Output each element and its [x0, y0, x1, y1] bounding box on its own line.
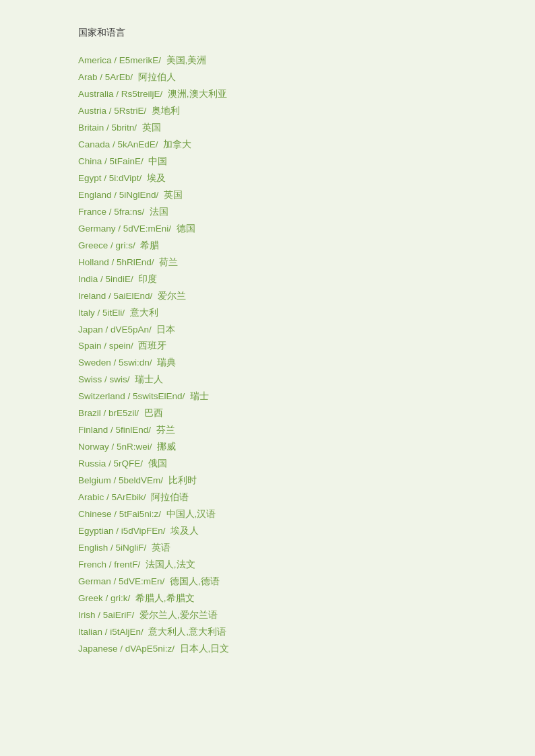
list-item: English / 5iNgliF/ 英语: [78, 540, 457, 557]
list-item: Egyptian / i5dVipFEn/ 埃及人: [78, 523, 457, 540]
list-item: Australia / Rs5treiljE/ 澳洲,澳大利亚: [78, 86, 457, 103]
list-item: England / 5iNglEnd/ 英国: [78, 187, 457, 204]
list-item: Irish / 5aiEriF/ 爱尔兰人,爱尔兰语: [78, 607, 457, 624]
list-item: Canada / 5kAnEdE/ 加拿大: [78, 137, 457, 153]
list-item: Japan / dVE5pAn/ 日本: [78, 322, 457, 339]
list-item: Greece / gri:s/ 希腊: [78, 238, 457, 254]
entries-container: America / E5merikE/ 美国,美洲Arab / 5ArEb/ 阿…: [78, 53, 457, 658]
list-item: Holland / 5hRlEnd/ 荷兰: [78, 254, 457, 271]
list-item: Norway / 5nR:wei/ 挪威: [78, 439, 457, 456]
list-item: Arab / 5ArEb/ 阿拉伯人: [78, 69, 457, 86]
list-item: German / 5dVE:mEn/ 德国人,德语: [78, 574, 457, 590]
list-item: America / E5merikE/ 美国,美洲: [78, 53, 457, 69]
list-item: Brazil / brE5zil/ 巴西: [78, 405, 457, 422]
list-item: Britain / 5britn/ 英国: [78, 120, 457, 137]
list-item: India / 5indiE/ 印度: [78, 271, 457, 288]
list-item: Chinese / 5tFai5ni:z/ 中国人,汉语: [78, 506, 457, 523]
list-item: Belgium / 5beldVEm/ 比利时: [78, 473, 457, 489]
page-container: 国家和语言 America / E5merikE/ 美国,美洲Arab / 5A…: [0, 0, 535, 756]
list-item: Switzerland / 5switsElEnd/ 瑞士: [78, 388, 457, 405]
list-item: Japanese / dVApE5ni:z/ 日本人,日文: [78, 641, 457, 658]
list-item: Greek / gri:k/ 希腊人,希腊文: [78, 590, 457, 607]
list-item: Italian / i5tAljEn/ 意大利人,意大利语: [78, 624, 457, 641]
list-item: Swiss / swis/ 瑞士人: [78, 372, 457, 388]
list-item: Russia / 5rQFE/ 俄国: [78, 456, 457, 473]
list-item: France / 5fra:ns/ 法国: [78, 204, 457, 221]
list-item: Ireland / 5aiElEnd/ 爱尔兰: [78, 288, 457, 305]
list-item: Sweden / 5swi:dn/ 瑞典: [78, 355, 457, 372]
list-item: China / 5tFainE/ 中国: [78, 153, 457, 170]
page-title: 国家和语言: [78, 27, 457, 39]
list-item: Italy / 5itEli/ 意大利: [78, 305, 457, 322]
list-item: Germany / 5dVE:mEni/ 德国: [78, 221, 457, 238]
list-item: Arabic / 5ArEbik/ 阿拉伯语: [78, 489, 457, 506]
list-item: Finland / 5finlEnd/ 芬兰: [78, 422, 457, 439]
list-item: Austria / 5RstriE/ 奥地利: [78, 103, 457, 120]
list-item: Spain / spein/ 西班牙: [78, 338, 457, 355]
list-item: French / frentF/ 法国人,法文: [78, 557, 457, 574]
list-item: Egypt / 5i:dVipt/ 埃及: [78, 170, 457, 187]
